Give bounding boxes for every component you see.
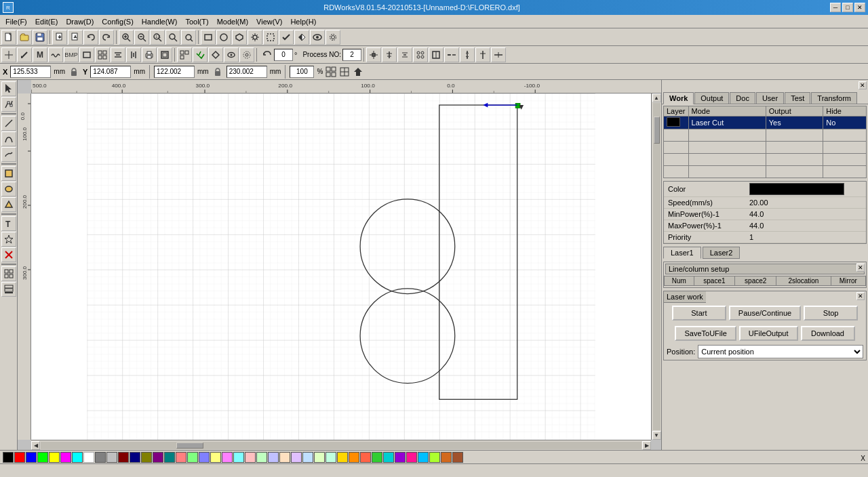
palette-greenyellow[interactable] xyxy=(429,452,440,463)
rect3-tool[interactable] xyxy=(1,166,16,181)
hscroll-track[interactable] xyxy=(41,442,642,449)
node-edit-tool[interactable] xyxy=(1,97,16,112)
bezier-tool[interactable] xyxy=(1,131,16,146)
valign-tool[interactable] xyxy=(126,47,141,62)
palette-hotpink[interactable] xyxy=(406,452,417,463)
select-tool[interactable] xyxy=(263,30,278,45)
palette-black[interactable] xyxy=(3,452,14,463)
menu-help[interactable]: Help(H) xyxy=(286,17,320,26)
palette-turquoise[interactable] xyxy=(383,452,394,463)
redo-button[interactable] xyxy=(99,30,114,45)
open-button[interactable] xyxy=(17,30,32,45)
zoom-fit-button[interactable]: 1:1 xyxy=(150,30,165,45)
palette-navy[interactable] xyxy=(130,452,140,463)
close-button[interactable]: ✕ xyxy=(854,3,865,12)
palette-green[interactable] xyxy=(37,452,48,463)
zoom-real-button[interactable] xyxy=(165,30,180,45)
diamond-tool[interactable] xyxy=(208,47,223,62)
palette-teal[interactable] xyxy=(164,452,175,463)
height-input[interactable] xyxy=(226,66,267,78)
settings-tool[interactable] xyxy=(248,30,262,45)
palette-lightgreen[interactable] xyxy=(187,452,198,463)
palette-deepskyblue[interactable] xyxy=(418,452,429,463)
lock2-icon[interactable] xyxy=(212,66,224,78)
gear2-tool[interactable] xyxy=(239,47,254,62)
palette-magenta[interactable] xyxy=(60,452,71,463)
palette-orange[interactable] xyxy=(349,452,359,463)
pause-button[interactable]: Pause/Continue xyxy=(729,306,801,320)
scale-grid2-icon[interactable] xyxy=(339,66,350,77)
ellipse-tool[interactable] xyxy=(1,182,16,196)
lock-icon[interactable] xyxy=(68,66,80,78)
layer-tab-laser1[interactable]: Laser1 xyxy=(663,247,701,259)
palette-white[interactable] xyxy=(83,452,94,463)
palette-lightmagenta[interactable] xyxy=(222,452,233,463)
tab-work[interactable]: Work xyxy=(663,92,694,104)
menu-tool[interactable]: Tool(T) xyxy=(181,17,212,26)
palette-gray[interactable] xyxy=(95,452,106,463)
flip-tool[interactable] xyxy=(294,30,309,45)
select-arrow-tool[interactable] xyxy=(1,81,16,96)
more-tool1[interactable] xyxy=(444,47,459,62)
frame-tool[interactable] xyxy=(157,47,172,62)
rect-tool[interactable] xyxy=(201,30,216,45)
scale-w-input[interactable] xyxy=(290,66,314,78)
ufile-output-button[interactable]: UFileOutput xyxy=(739,326,798,341)
tab-transform[interactable]: Transform xyxy=(811,92,857,104)
new-button[interactable] xyxy=(1,30,16,45)
palette-red[interactable] xyxy=(14,452,25,463)
zoom-out-button[interactable] xyxy=(134,30,149,45)
vscroll-thumb[interactable] xyxy=(654,117,660,144)
grid-tool[interactable] xyxy=(95,47,110,62)
tab-user[interactable]: User xyxy=(756,92,784,104)
palette-cyan[interactable] xyxy=(72,452,83,463)
snap-tool[interactable] xyxy=(366,47,381,62)
position-select[interactable]: Current position Absolute origin Machine… xyxy=(698,345,863,358)
palette-chocolate[interactable] xyxy=(441,452,452,463)
more-tool3[interactable] xyxy=(475,47,490,62)
export-button[interactable] xyxy=(68,30,83,45)
palette-limegreen[interactable] xyxy=(372,452,382,463)
checkmarks-tool[interactable] xyxy=(193,47,208,62)
star-tool[interactable] xyxy=(1,232,16,247)
start-button[interactable]: Start xyxy=(672,306,726,320)
layer-row-0[interactable]: Laser Cut Yes No xyxy=(664,117,867,129)
scroll-left-button[interactable]: ◀ xyxy=(31,441,40,450)
x-input[interactable] xyxy=(10,66,51,78)
palette-purple[interactable] xyxy=(153,452,163,463)
canvas-container[interactable]: 500.0 400.0 300.0 200.0 100.0 0.0 -100.0 xyxy=(18,80,661,450)
delete-tool[interactable] xyxy=(1,247,16,262)
node-tool[interactable] xyxy=(413,47,428,62)
maximize-button[interactable]: □ xyxy=(842,3,853,12)
menu-edit[interactable]: Edit(E) xyxy=(31,17,62,26)
tab-output[interactable]: Output xyxy=(694,92,729,104)
hscroll-thumb[interactable] xyxy=(176,442,203,449)
palette-maroon[interactable] xyxy=(118,452,129,463)
vscroll-track[interactable] xyxy=(653,103,660,430)
polygon2-tool[interactable] xyxy=(1,197,16,212)
palette-peach[interactable] xyxy=(279,452,290,463)
menu-handle[interactable]: Handle(W) xyxy=(138,17,182,26)
lc-close-button[interactable]: ✕ xyxy=(856,264,865,272)
palette-lightcyan[interactable] xyxy=(233,452,244,463)
menu-draw[interactable]: Draw(D) xyxy=(62,17,98,26)
vertical-scrollbar[interactable]: ▲ ▼ xyxy=(651,94,661,440)
palette-lavender[interactable] xyxy=(291,452,302,463)
palette-blue[interactable] xyxy=(26,452,37,463)
wave-tool[interactable] xyxy=(48,47,63,62)
palette-pink[interactable] xyxy=(176,452,186,463)
tab-test[interactable]: Test xyxy=(785,92,810,104)
palette-sky[interactable] xyxy=(302,452,313,463)
download-button[interactable]: Download xyxy=(801,326,855,341)
width-input[interactable] xyxy=(154,66,195,78)
eye-tool[interactable] xyxy=(310,30,325,45)
y-input[interactable] xyxy=(90,66,131,78)
drawing-canvas[interactable] xyxy=(31,94,651,440)
text-tool[interactable]: T xyxy=(1,216,16,231)
color-swatch[interactable] xyxy=(749,183,844,195)
path-tool[interactable] xyxy=(177,47,192,62)
palette-olive[interactable] xyxy=(141,452,152,463)
palette-periwinkle[interactable] xyxy=(268,452,279,463)
print-tool[interactable] xyxy=(142,47,157,62)
palette-violet[interactable] xyxy=(395,452,406,463)
